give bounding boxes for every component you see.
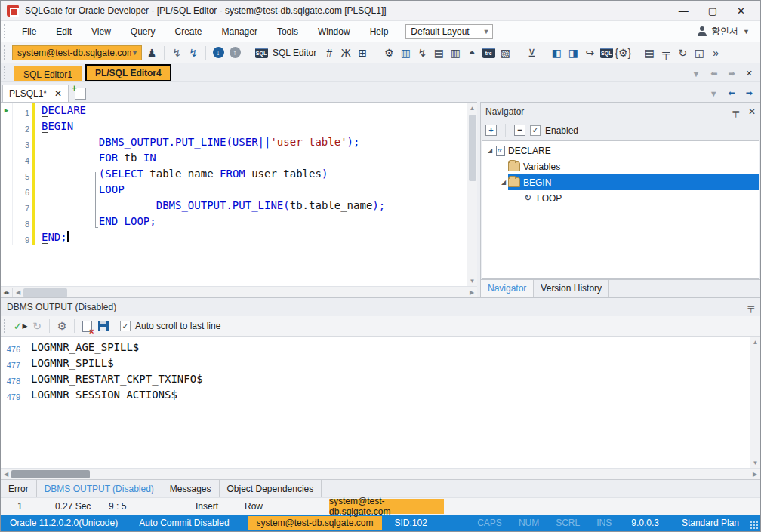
window-copy-icon[interactable]: ◱ [691, 45, 707, 61]
layout-left-icon[interactable]: ◧ [548, 45, 565, 61]
tab-navigator[interactable]: Navigator [481, 280, 534, 297]
tree-expander-icon[interactable]: ◢ [499, 179, 508, 186]
data-save-icon[interactable]: ▥ [397, 45, 414, 61]
scroll-left-icon[interactable]: ◀ [13, 288, 23, 298]
pin-icon[interactable]: ╤ [747, 302, 754, 312]
tab-menu-chevron[interactable]: ▼ [692, 69, 700, 78]
tree-item-declare[interactable]: ◢DECLARE [482, 143, 759, 158]
tab-pl-sql-editor4[interactable]: PL/SQL Editor4 [85, 64, 171, 81]
doc-tab-plsql1-[interactable]: PLSQL1*✕ [2, 85, 69, 102]
scroll-down-icon[interactable]: ▼ [750, 457, 761, 468]
code-line[interactable]: ▶1DECLARE [1, 103, 467, 118]
tabbar-grip[interactable] [4, 66, 9, 79]
tab-back-icon[interactable]: ⬅ [710, 69, 717, 78]
sql-editor-icon[interactable]: SQL [253, 45, 270, 61]
tab-forward-icon[interactable]: ➡ [729, 69, 735, 78]
close-icon[interactable]: ✕ [54, 88, 62, 99]
sql-file-icon[interactable]: SQL [598, 45, 615, 61]
output-settings-icon[interactable]: ⚙ [54, 318, 70, 334]
code-editor[interactable]: ▶1DECLARE2BEGIN3 DBMS_OUTPUT.PUT_LINE(US… [1, 103, 467, 286]
expand-all-button[interactable]: + [485, 125, 497, 136]
tree-item-variables[interactable]: Variables [482, 158, 759, 174]
session-icon[interactable]: ♟ [143, 45, 160, 61]
breakpoint-margin[interactable] [1, 134, 13, 150]
editor-horizontal-scrollbar[interactable]: ◂▸ ◀ ▶ [1, 286, 477, 298]
report-icon[interactable]: ▧ [497, 45, 513, 61]
user-menu[interactable]: 황인서 ▼ [697, 25, 760, 38]
enable-output-icon[interactable]: ✓▶ [12, 318, 29, 334]
menu-view[interactable]: View [82, 23, 121, 40]
tab-error[interactable]: Error [1, 480, 37, 497]
layout-select[interactable]: Default Layout ▼ [405, 24, 493, 39]
scroll-right-icon[interactable]: ▶ [467, 288, 477, 298]
script-config-icon[interactable]: {⚙} [615, 45, 631, 61]
window-list-icon[interactable]: ▤ [641, 45, 658, 61]
menu-edit[interactable]: Edit [46, 23, 82, 40]
pin-icon[interactable]: ╤ [732, 106, 739, 117]
breakpoint-margin[interactable] [1, 182, 13, 198]
db-admin-icon[interactable]: ◓ [464, 45, 480, 61]
schema-browser-icon[interactable]: # [321, 45, 337, 61]
rollback-icon[interactable]: ↑ [226, 45, 243, 61]
menu-file[interactable]: File [12, 23, 46, 40]
output-horizontal-scrollbar[interactable]: ◀ ▶ [1, 468, 760, 479]
breakpoint-margin[interactable]: ▶ [1, 103, 13, 118]
scrollbar-thumb[interactable] [469, 115, 476, 181]
maximize-button[interactable]: ▢ [708, 6, 717, 16]
scrollbar-thumb[interactable] [23, 288, 67, 297]
trace-file-icon[interactable]: trc [480, 45, 497, 61]
object-export-icon[interactable]: ↪ [581, 45, 598, 61]
doc-tab-menu-chevron[interactable]: ▼ [710, 89, 718, 98]
menu-tools[interactable]: Tools [267, 23, 308, 40]
resize-grip[interactable] [750, 521, 759, 530]
menubar-grip[interactable] [4, 24, 9, 38]
code-line[interactable]: 7 DBMS_OUTPUT.PUT_LINE(tb.table_name); [1, 198, 467, 214]
tree-expander-icon[interactable]: ◢ [485, 147, 494, 154]
output-vertical-scrollbar[interactable]: ▲ ▼ [750, 337, 760, 468]
split-view-icon[interactable]: ◂▸ [1, 288, 13, 298]
tab-close-icon[interactable]: ✕ [746, 69, 753, 78]
database-icon[interactable]: ▥ [447, 45, 464, 61]
menu-window[interactable]: Window [308, 23, 360, 40]
doc-tab-back-icon[interactable]: ⬅ [729, 88, 735, 98]
refresh-icon[interactable]: ↻ [29, 318, 45, 334]
scrollbar-thumb[interactable] [11, 470, 90, 478]
commit-icon[interactable]: ↓ [210, 45, 226, 61]
scroll-left-icon[interactable]: ◀ [1, 469, 11, 479]
pin-window-icon[interactable]: ╤ [658, 45, 674, 61]
disconnect-icon[interactable]: ↯ [168, 45, 185, 61]
breakpoint-margin[interactable] [1, 150, 13, 166]
menu-create[interactable]: Create [165, 23, 212, 40]
session-monitor-icon[interactable]: ⚙ [380, 45, 397, 61]
code-line[interactable]: 4 FOR tb IN [1, 150, 467, 166]
editor-vertical-scrollbar[interactable]: ▲ ▼ [467, 103, 477, 286]
connect-icon[interactable]: ↯ [185, 45, 202, 61]
code-line[interactable]: 6 LOOP [1, 182, 467, 198]
save-output-icon[interactable] [95, 318, 112, 334]
db-tree-icon[interactable]: ⊻ [523, 45, 540, 61]
tab-messages[interactable]: Messages [162, 480, 220, 497]
breakpoint-margin[interactable] [1, 166, 13, 182]
scroll-down-icon[interactable]: ▼ [467, 275, 478, 286]
menu-help[interactable]: Help [360, 23, 399, 40]
tab-object-dependencies[interactable]: Object Dependencies [220, 480, 322, 497]
tab-dbms-output-disabled-[interactable]: DBMS OUTPUT (Disabled) [37, 480, 162, 497]
minimize-button[interactable]: — [679, 6, 689, 16]
menu-query[interactable]: Query [121, 23, 165, 40]
code-line[interactable]: 9END; [1, 229, 467, 245]
connection-select[interactable]: system@test-db.sqlgate.com ▼ [12, 45, 142, 60]
tab-sql-editor1[interactable]: SQL Editor1 [14, 66, 82, 81]
debugger-icon[interactable]: Ж [337, 45, 354, 61]
code-line[interactable]: 8 END LOOP; [1, 214, 467, 229]
new-document-icon[interactable] [75, 88, 86, 100]
scroll-up-icon[interactable]: ▲ [467, 103, 478, 113]
scroll-up-icon[interactable]: ▲ [750, 337, 761, 347]
toolbar-overflow-chevron[interactable]: » [707, 45, 724, 61]
clear-output-icon[interactable] [79, 318, 95, 334]
close-button[interactable]: ✕ [737, 6, 745, 16]
sql-analyzer-icon[interactable]: ↯ [414, 45, 430, 61]
breakpoint-margin[interactable] [1, 229, 13, 245]
db-copy-icon[interactable]: ▤ [430, 45, 447, 61]
scroll-right-icon[interactable]: ▶ [750, 469, 760, 479]
er-diagram-icon[interactable]: ⊞ [354, 45, 371, 61]
